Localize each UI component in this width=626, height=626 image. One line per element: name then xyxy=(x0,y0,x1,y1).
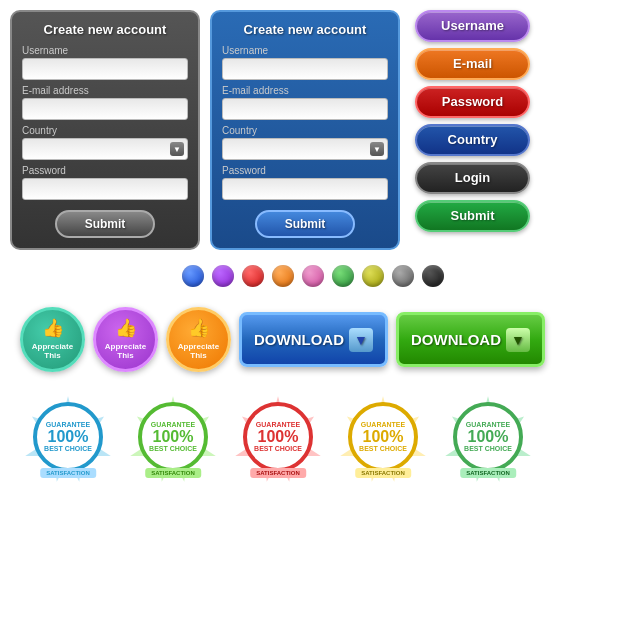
appreciate-label-purple: AppreciateThis xyxy=(105,342,146,361)
guarantee-percent-red: 100% xyxy=(258,429,299,445)
password-label-dark: Password xyxy=(22,165,188,176)
guarantee-ribbon-green: SATISFACTION xyxy=(145,468,201,478)
email-input-dark[interactable] xyxy=(22,98,188,120)
guarantee-ribbon-blue: SATISFACTION xyxy=(40,468,96,478)
thumbs-up-icon-orange: 👍 xyxy=(188,318,210,340)
country-label-blue: Country xyxy=(222,125,388,136)
appreciate-badge-orange[interactable]: 👍 AppreciateThis xyxy=(166,307,231,372)
username-label-blue: Username xyxy=(222,45,388,56)
guarantee-percent-blue: 100% xyxy=(48,429,89,445)
guarantee-circle-green: GUARANTEE 100% BEST CHOICE xyxy=(138,402,208,472)
guarantee-badge-green: GUARANTEE 100% BEST CHOICE SATISFACTION xyxy=(123,392,223,482)
dot-orange[interactable] xyxy=(272,265,294,287)
download-button-green[interactable]: DOWNLOAD ▼ xyxy=(396,312,545,367)
dot-purple[interactable] xyxy=(212,265,234,287)
appreciate-label-orange: AppreciateThis xyxy=(178,342,219,361)
guarantee-percent-teal-green: 100% xyxy=(468,429,509,445)
country-label-dark: Country xyxy=(22,125,188,136)
thumbs-up-icon-teal: 👍 xyxy=(42,318,64,340)
guarantee-text-bottom-red: BEST CHOICE xyxy=(254,445,302,453)
country-pill-button[interactable]: Country xyxy=(415,124,530,156)
download-label-green: DOWNLOAD xyxy=(411,331,501,348)
dot-blue[interactable] xyxy=(182,265,204,287)
color-dots-row xyxy=(10,260,616,292)
guarantee-text-bottom-gold: BEST CHOICE xyxy=(359,445,407,453)
guarantee-ribbon-red: SATISFACTION xyxy=(250,468,306,478)
guarantee-badge-red: GUARANTEE 100% BEST CHOICE SATISFACTION xyxy=(228,392,328,482)
dark-form: Create new account Username E-mail addre… xyxy=(10,10,200,250)
dot-pink[interactable] xyxy=(302,265,324,287)
username-label-dark: Username xyxy=(22,45,188,56)
guarantee-text-bottom-teal-green: BEST CHOICE xyxy=(464,445,512,453)
guarantee-text-bottom-green: BEST CHOICE xyxy=(149,445,197,453)
blue-form: Create new account Username E-mail addre… xyxy=(210,10,400,250)
download-button-blue[interactable]: DOWNLOAD ▼ xyxy=(239,312,388,367)
login-pill-button[interactable]: Login xyxy=(415,162,530,194)
download-arrow-icon-green: ▼ xyxy=(506,328,530,352)
username-input-blue[interactable] xyxy=(222,58,388,80)
appreciate-badge-teal[interactable]: 👍 AppreciateThis xyxy=(20,307,85,372)
email-input-blue[interactable] xyxy=(222,98,388,120)
submit-button-blue[interactable]: Submit xyxy=(255,210,355,238)
side-buttons-panel: Username E-mail Password Country Login S… xyxy=(415,10,530,232)
guarantee-circle-red: GUARANTEE 100% BEST CHOICE xyxy=(243,402,313,472)
guarantee-badge-gold: GUARANTEE 100% BEST CHOICE SATISFACTION xyxy=(333,392,433,482)
guarantee-row: GUARANTEE 100% BEST CHOICE SATISFACTION … xyxy=(10,387,616,487)
guarantee-circle-teal-green: GUARANTEE 100% BEST CHOICE xyxy=(453,402,523,472)
guarantee-text-bottom-blue: BEST CHOICE xyxy=(44,445,92,453)
dot-gray[interactable] xyxy=(392,265,414,287)
dark-form-title: Create new account xyxy=(22,22,188,37)
guarantee-circle-gold: GUARANTEE 100% BEST CHOICE xyxy=(348,402,418,472)
dot-black[interactable] xyxy=(422,265,444,287)
email-label-blue: E-mail address xyxy=(222,85,388,96)
appreciate-badge-purple[interactable]: 👍 AppreciateThis xyxy=(93,307,158,372)
guarantee-badge-teal-green: GUARANTEE 100% BEST CHOICE SATISFACTION xyxy=(438,392,538,482)
dot-red[interactable] xyxy=(242,265,264,287)
password-pill-button[interactable]: Password xyxy=(415,86,530,118)
password-label-blue: Password xyxy=(222,165,388,176)
thumbs-up-icon-purple: 👍 xyxy=(115,318,137,340)
dot-yellow[interactable] xyxy=(362,265,384,287)
guarantee-badge-blue: GUARANTEE 100% BEST CHOICE SATISFACTION xyxy=(18,392,118,482)
email-pill-button[interactable]: E-mail xyxy=(415,48,530,80)
dot-green[interactable] xyxy=(332,265,354,287)
guarantee-circle-blue: GUARANTEE 100% BEST CHOICE xyxy=(33,402,103,472)
country-select-blue[interactable] xyxy=(222,138,388,160)
username-input-dark[interactable] xyxy=(22,58,188,80)
guarantee-ribbon-teal-green: SATISFACTION xyxy=(460,468,516,478)
badges-row: 👍 AppreciateThis 👍 AppreciateThis 👍 Appr… xyxy=(10,302,616,377)
country-select-dark[interactable] xyxy=(22,138,188,160)
password-input-dark[interactable] xyxy=(22,178,188,200)
download-arrow-icon-blue: ▼ xyxy=(349,328,373,352)
guarantee-ribbon-gold: SATISFACTION xyxy=(355,468,411,478)
submit-button-dark[interactable]: Submit xyxy=(55,210,155,238)
guarantee-percent-green: 100% xyxy=(153,429,194,445)
email-label-dark: E-mail address xyxy=(22,85,188,96)
guarantee-percent-gold: 100% xyxy=(363,429,404,445)
appreciate-label-teal: AppreciateThis xyxy=(32,342,73,361)
download-label-blue: DOWNLOAD xyxy=(254,331,344,348)
submit-pill-button[interactable]: Submit xyxy=(415,200,530,232)
blue-form-title: Create new account xyxy=(222,22,388,37)
password-input-blue[interactable] xyxy=(222,178,388,200)
username-pill-button[interactable]: Username xyxy=(415,10,530,42)
